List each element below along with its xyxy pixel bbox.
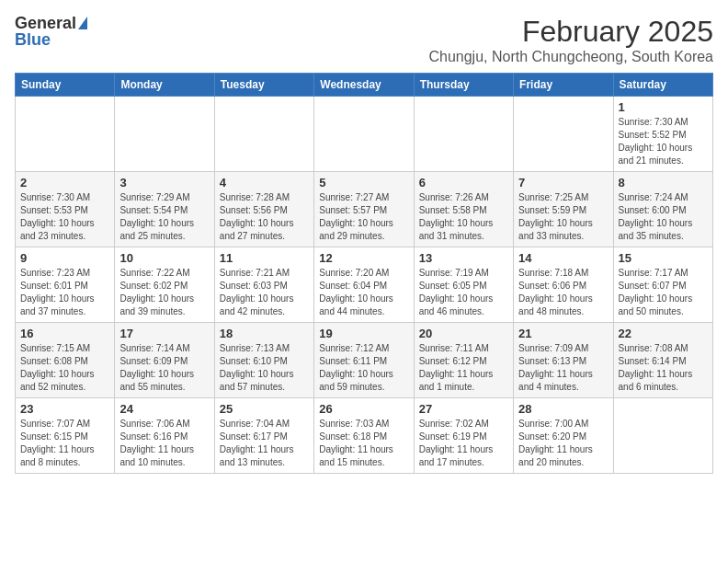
table-row [115, 97, 214, 172]
day-info: Sunrise: 7:25 AM Sunset: 5:59 PM Dayligh… [518, 191, 608, 243]
page-header: General Blue February 2025 Chungju, Nort… [15, 15, 713, 65]
day-info: Sunrise: 7:14 AM Sunset: 6:09 PM Dayligh… [119, 342, 209, 394]
day-info: Sunrise: 7:21 AM Sunset: 6:03 PM Dayligh… [220, 267, 309, 318]
header-sunday: Sunday [16, 74, 115, 97]
day-info: Sunrise: 7:19 AM Sunset: 6:05 PM Dayligh… [419, 267, 508, 318]
day-info: Sunrise: 7:23 AM Sunset: 6:01 PM Dayligh… [20, 267, 109, 318]
day-number: 11 [220, 251, 309, 265]
table-row: 27Sunrise: 7:02 AM Sunset: 6:19 PM Dayli… [414, 398, 513, 474]
day-info: Sunrise: 7:13 AM Sunset: 6:10 PM Dayligh… [220, 342, 309, 394]
day-number: 27 [419, 402, 508, 416]
table-row: 20Sunrise: 7:11 AM Sunset: 6:12 PM Dayli… [414, 323, 513, 398]
logo-general-text: General [15, 15, 76, 31]
day-info: Sunrise: 7:30 AM Sunset: 5:52 PM Dayligh… [619, 116, 708, 167]
calendar-table: Sunday Monday Tuesday Wednesday Thursday… [15, 73, 713, 474]
day-info: Sunrise: 7:28 AM Sunset: 5:56 PM Dayligh… [220, 191, 309, 243]
table-row: 14Sunrise: 7:18 AM Sunset: 6:06 PM Dayli… [514, 247, 613, 323]
calendar-week-row: 23Sunrise: 7:07 AM Sunset: 6:15 PM Dayli… [16, 398, 713, 474]
table-row [613, 398, 712, 474]
day-number: 14 [518, 251, 608, 265]
table-row: 4Sunrise: 7:28 AM Sunset: 5:56 PM Daylig… [214, 172, 313, 247]
day-number: 5 [319, 176, 408, 190]
day-number: 15 [619, 251, 708, 265]
table-row: 18Sunrise: 7:13 AM Sunset: 6:10 PM Dayli… [214, 323, 313, 398]
day-number: 18 [220, 327, 309, 340]
day-number: 9 [20, 251, 109, 265]
table-row: 21Sunrise: 7:09 AM Sunset: 6:13 PM Dayli… [514, 323, 613, 398]
table-row: 6Sunrise: 7:26 AM Sunset: 5:58 PM Daylig… [414, 172, 513, 247]
table-row: 26Sunrise: 7:03 AM Sunset: 6:18 PM Dayli… [314, 398, 414, 474]
day-info: Sunrise: 7:03 AM Sunset: 6:18 PM Dayligh… [319, 418, 408, 469]
table-row: 11Sunrise: 7:21 AM Sunset: 6:03 PM Dayli… [214, 247, 313, 323]
day-info: Sunrise: 7:24 AM Sunset: 6:00 PM Dayligh… [619, 191, 708, 243]
table-row [16, 97, 115, 172]
table-row: 15Sunrise: 7:17 AM Sunset: 6:07 PM Dayli… [613, 247, 712, 323]
calendar-week-row: 16Sunrise: 7:15 AM Sunset: 6:08 PM Dayli… [16, 323, 713, 398]
day-info: Sunrise: 7:02 AM Sunset: 6:19 PM Dayligh… [419, 418, 508, 469]
table-row: 25Sunrise: 7:04 AM Sunset: 6:17 PM Dayli… [214, 398, 313, 474]
table-row: 24Sunrise: 7:06 AM Sunset: 6:16 PM Dayli… [115, 398, 214, 474]
calendar-week-row: 2Sunrise: 7:30 AM Sunset: 5:53 PM Daylig… [16, 172, 713, 247]
day-number: 25 [220, 402, 309, 416]
day-number: 8 [619, 176, 708, 190]
day-info: Sunrise: 7:00 AM Sunset: 6:20 PM Dayligh… [518, 418, 608, 469]
day-number: 23 [20, 402, 109, 416]
table-row: 1Sunrise: 7:30 AM Sunset: 5:52 PM Daylig… [613, 97, 712, 172]
day-number: 21 [518, 327, 608, 340]
table-row: 17Sunrise: 7:14 AM Sunset: 6:09 PM Dayli… [115, 323, 214, 398]
calendar-title: February 2025 [428, 15, 713, 49]
day-info: Sunrise: 7:26 AM Sunset: 5:58 PM Dayligh… [419, 191, 508, 243]
day-info: Sunrise: 7:15 AM Sunset: 6:08 PM Dayligh… [20, 342, 109, 394]
header-tuesday: Tuesday [214, 74, 313, 97]
day-info: Sunrise: 7:12 AM Sunset: 6:11 PM Dayligh… [319, 342, 408, 394]
day-number: 7 [518, 176, 608, 190]
table-row [314, 97, 414, 172]
day-info: Sunrise: 7:20 AM Sunset: 6:04 PM Dayligh… [319, 267, 408, 318]
table-row: 19Sunrise: 7:12 AM Sunset: 6:11 PM Dayli… [314, 323, 414, 398]
day-number: 6 [419, 176, 508, 190]
day-number: 26 [319, 402, 408, 416]
day-info: Sunrise: 7:04 AM Sunset: 6:17 PM Dayligh… [220, 418, 309, 469]
title-block: February 2025 Chungju, North Chungcheong… [428, 15, 713, 65]
day-info: Sunrise: 7:18 AM Sunset: 6:06 PM Dayligh… [518, 267, 608, 318]
logo-blue-text: Blue [15, 31, 51, 48]
day-info: Sunrise: 7:11 AM Sunset: 6:12 PM Dayligh… [419, 342, 508, 394]
table-row: 22Sunrise: 7:08 AM Sunset: 6:14 PM Dayli… [613, 323, 712, 398]
day-number: 2 [20, 176, 109, 190]
day-info: Sunrise: 7:09 AM Sunset: 6:13 PM Dayligh… [518, 342, 608, 394]
calendar-header-row: Sunday Monday Tuesday Wednesday Thursday… [16, 74, 713, 97]
table-row: 7Sunrise: 7:25 AM Sunset: 5:59 PM Daylig… [514, 172, 613, 247]
day-info: Sunrise: 7:17 AM Sunset: 6:07 PM Dayligh… [619, 267, 708, 318]
table-row: 9Sunrise: 7:23 AM Sunset: 6:01 PM Daylig… [16, 247, 115, 323]
day-info: Sunrise: 7:06 AM Sunset: 6:16 PM Dayligh… [119, 418, 209, 469]
day-number: 13 [419, 251, 508, 265]
day-number: 19 [319, 327, 408, 340]
table-row: 8Sunrise: 7:24 AM Sunset: 6:00 PM Daylig… [613, 172, 712, 247]
day-info: Sunrise: 7:30 AM Sunset: 5:53 PM Dayligh… [20, 191, 109, 243]
table-row: 3Sunrise: 7:29 AM Sunset: 5:54 PM Daylig… [115, 172, 214, 247]
calendar-week-row: 1Sunrise: 7:30 AM Sunset: 5:52 PM Daylig… [16, 97, 713, 172]
day-number: 12 [319, 251, 408, 265]
table-row [214, 97, 313, 172]
header-friday: Friday [514, 74, 613, 97]
day-number: 17 [119, 327, 209, 340]
day-number: 10 [119, 251, 209, 265]
header-wednesday: Wednesday [314, 74, 414, 97]
day-number: 4 [220, 176, 309, 190]
day-number: 28 [518, 402, 608, 416]
header-thursday: Thursday [414, 74, 513, 97]
day-info: Sunrise: 7:22 AM Sunset: 6:02 PM Dayligh… [119, 267, 209, 318]
table-row [514, 97, 613, 172]
day-info: Sunrise: 7:29 AM Sunset: 5:54 PM Dayligh… [119, 191, 209, 243]
day-number: 16 [20, 327, 109, 340]
table-row: 23Sunrise: 7:07 AM Sunset: 6:15 PM Dayli… [16, 398, 115, 474]
day-number: 3 [119, 176, 209, 190]
day-number: 20 [419, 327, 508, 340]
day-number: 22 [619, 327, 708, 340]
table-row [414, 97, 513, 172]
table-row: 13Sunrise: 7:19 AM Sunset: 6:05 PM Dayli… [414, 247, 513, 323]
day-number: 24 [119, 402, 209, 416]
table-row: 10Sunrise: 7:22 AM Sunset: 6:02 PM Dayli… [115, 247, 214, 323]
day-info: Sunrise: 7:27 AM Sunset: 5:57 PM Dayligh… [319, 191, 408, 243]
table-row: 5Sunrise: 7:27 AM Sunset: 5:57 PM Daylig… [314, 172, 414, 247]
